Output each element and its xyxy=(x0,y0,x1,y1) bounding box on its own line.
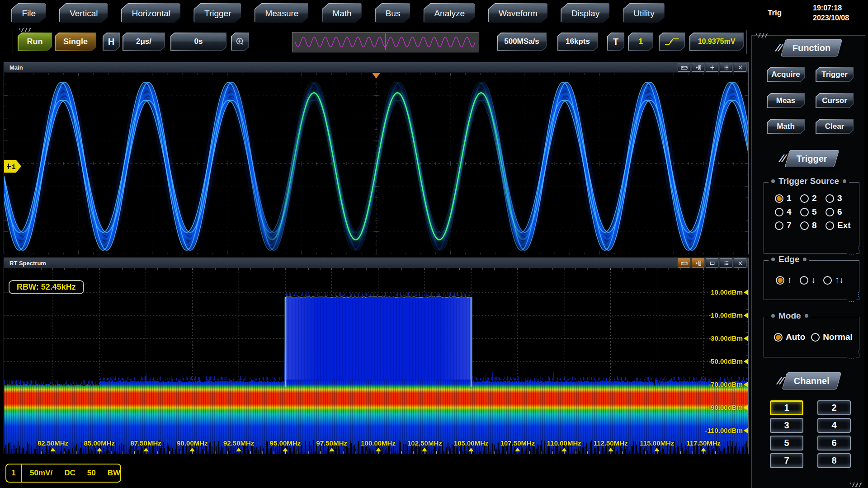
menu-button-vertical[interactable]: Vertical xyxy=(59,3,107,22)
spectrum-window-menu-list-icon[interactable] xyxy=(720,258,732,267)
channel-button-8[interactable]: 8 xyxy=(817,453,851,468)
menu-button-analyze[interactable]: Analyze xyxy=(424,3,474,22)
channel1-badge[interactable]: 1 50mV/ DC 50 BW xyxy=(5,464,121,483)
frame-decoration: ⋮ xyxy=(856,350,862,354)
radio-circle xyxy=(800,208,809,216)
trigger-source-option-8[interactable]: 8 xyxy=(800,221,826,230)
main-window-title: Main xyxy=(4,64,678,71)
trigger-source-option-4[interactable]: 4 xyxy=(775,207,800,217)
menu-button-waveform[interactable]: Waveform xyxy=(488,3,547,22)
label-dot xyxy=(805,314,808,318)
function-button-cursor[interactable]: Cursor xyxy=(816,93,854,108)
trigger-level-button[interactable]: 10.9375mV xyxy=(689,33,744,51)
radio-circle xyxy=(800,221,809,230)
spectrum-window-restore-icon[interactable] xyxy=(706,258,718,267)
menu-button-horizontal[interactable]: Horizontal xyxy=(121,3,180,22)
spectrum-plot[interactable]: 10.00dBm-10.00dBm-30.00dBm-50.00dBm-70.0… xyxy=(4,268,748,454)
function-button-meas[interactable]: Meas xyxy=(767,93,805,108)
frame-decoration: … xyxy=(847,249,856,257)
function-button-clear[interactable]: Clear xyxy=(816,119,854,134)
radio-circle xyxy=(774,333,783,342)
radio-circle xyxy=(775,208,783,216)
frame-decoration xyxy=(19,28,31,32)
channel-button-4[interactable]: 4 xyxy=(817,418,851,433)
trigger-source-option-6[interactable]: 6 xyxy=(826,207,854,217)
function-button-acquire[interactable]: Acquire xyxy=(767,67,805,82)
spectrum-window-vertical-scale-icon[interactable] xyxy=(692,258,704,267)
trigger-slope-button[interactable] xyxy=(659,33,685,51)
function-button-trigger[interactable]: Trigger xyxy=(816,67,854,82)
radio-label: Ext xyxy=(837,221,851,230)
channel-button-1[interactable]: 1 xyxy=(770,400,803,415)
trigger-edge-option-fall[interactable]: ↓ xyxy=(800,275,816,285)
trigger-source-option-ext[interactable]: Ext xyxy=(826,221,854,230)
channel-button-2[interactable]: 2 xyxy=(817,400,851,415)
trigger-source-option-2[interactable]: 2 xyxy=(800,193,826,203)
ground-icon xyxy=(6,164,11,169)
spectrum-canvas[interactable] xyxy=(4,268,748,454)
frame-decoration: ⋮ xyxy=(856,292,862,297)
horizontal-system-button[interactable]: H xyxy=(103,33,120,51)
main-window-measure-ruler-icon[interactable] xyxy=(678,63,690,72)
radio-label: 1 xyxy=(787,193,792,203)
channel-button-3[interactable]: 3 xyxy=(770,418,803,433)
menu-button-trigger[interactable]: Trigger xyxy=(193,3,240,22)
zoom-button[interactable] xyxy=(231,33,249,51)
channel-button-6[interactable]: 6 xyxy=(817,436,851,450)
main-window-vertical-scale-icon[interactable] xyxy=(692,63,704,72)
trigger-source-option-5[interactable]: 5 xyxy=(800,207,826,217)
clock-time: 19:07:18 xyxy=(813,3,849,13)
timebase-button[interactable]: 2μs/ xyxy=(123,33,165,51)
channel-bandwidth: BW xyxy=(108,469,120,478)
trigger-source-button[interactable]: 1 xyxy=(628,33,653,51)
channel-button-7[interactable]: 7 xyxy=(770,453,803,468)
sample-rate-button[interactable]: 500MSa/s xyxy=(497,33,547,51)
main-window-titlebar[interactable]: Main xyxy=(4,62,748,73)
menu-button-file[interactable]: File xyxy=(11,3,45,22)
main-graticule-canvas[interactable] xyxy=(4,73,748,254)
frame-decoration xyxy=(756,33,768,38)
waveform-preview[interactable] xyxy=(292,32,479,52)
radio-circle xyxy=(826,221,834,230)
frame-decoration: ⋮ xyxy=(856,246,862,250)
main-graticule[interactable]: 1 xyxy=(4,73,748,255)
spectrum-window-titlebar[interactable]: RT Spectrum xyxy=(4,258,748,268)
menu-button-measure[interactable]: Measure xyxy=(255,3,308,22)
memory-depth-button[interactable]: 16kpts xyxy=(557,33,598,51)
trigger-source-option-3[interactable]: 3 xyxy=(826,193,854,203)
trigger-mode-option-normal[interactable]: Normal xyxy=(811,332,852,342)
trigger-source-option-7[interactable]: 7 xyxy=(775,221,800,230)
trigger-edge-group: Edge ↑↓↑↓ … ⋮ xyxy=(764,260,859,300)
function-button-math[interactable]: Math xyxy=(767,119,805,134)
spectrum-window-close-icon[interactable] xyxy=(734,258,746,267)
trigger-edge-option-both[interactable]: ↑↓ xyxy=(823,275,844,285)
trigger-edge-option-rise[interactable]: ↑ xyxy=(776,275,792,285)
channel1-marker-label: 1 xyxy=(12,163,15,170)
main-window-add-icon[interactable] xyxy=(706,63,718,72)
right-control-panel: // Function AcquireTriggerMeasCursorMath… xyxy=(751,35,865,488)
spectrum-window-measure-ruler-icon[interactable] xyxy=(678,258,690,267)
label-dot xyxy=(803,258,807,261)
single-button[interactable]: Single xyxy=(55,33,96,51)
main-window-menu-list-icon[interactable] xyxy=(720,63,732,72)
radio-label: 8 xyxy=(812,221,817,230)
radio-label: 5 xyxy=(812,207,817,217)
main-window-icons xyxy=(678,63,748,72)
menu-button-math[interactable]: Math xyxy=(322,3,361,22)
clock-date: 2023/10/08 xyxy=(813,13,849,23)
trigger-position-marker[interactable] xyxy=(372,73,380,79)
channel-button-5[interactable]: 5 xyxy=(770,436,803,450)
menu-button-utility[interactable]: Utility xyxy=(623,3,664,22)
radio-label: Auto xyxy=(786,332,805,342)
menu-button-display[interactable]: Display xyxy=(561,3,609,22)
radio-label: ↓ xyxy=(811,275,816,285)
horizontal-offset-button[interactable]: 0s xyxy=(170,33,226,51)
radio-circle xyxy=(800,194,809,203)
run-button[interactable]: Run xyxy=(18,33,52,51)
main-window-close-icon[interactable] xyxy=(734,63,746,72)
trigger-mode-option-auto[interactable]: Auto xyxy=(774,332,805,342)
trigger-system-button[interactable]: T xyxy=(607,33,624,51)
menu-button-bus[interactable]: Bus xyxy=(375,3,410,22)
rising-edge-icon xyxy=(660,33,684,50)
trigger-source-option-1[interactable]: 1 xyxy=(775,193,800,203)
